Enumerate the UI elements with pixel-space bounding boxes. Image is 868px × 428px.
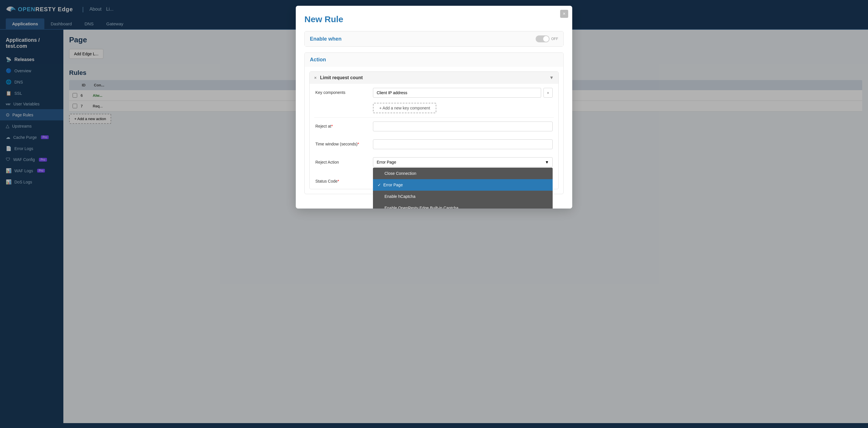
- key-components-remove-button[interactable]: ×: [544, 88, 553, 98]
- reject-at-input[interactable]: [373, 122, 553, 131]
- dropdown-item-label: Enable OpenResty Edge Built-in Captcha: [384, 206, 459, 209]
- add-key-component-button[interactable]: + Add a new key component: [373, 103, 436, 113]
- reject-at-row: Reject at*: [310, 118, 558, 135]
- key-components-row: Key components Client IP address ×: [310, 84, 558, 102]
- toggle-track[interactable]: [536, 35, 550, 42]
- reject-action-display[interactable]: Error Page ▼: [373, 157, 553, 167]
- action-section: Action × Limit request count ▼ Key compo…: [304, 53, 564, 194]
- time-window-required: *: [358, 142, 359, 146]
- reject-action-value: Error Page: [377, 160, 396, 164]
- modal-close-button[interactable]: ×: [560, 10, 568, 18]
- time-window-input[interactable]: [373, 140, 553, 149]
- modal-overlay: × New Rule Enable when OFF Action: [0, 0, 868, 423]
- enable-when-label: Enable when: [310, 36, 342, 42]
- action-block-header: × Limit request count ▼: [310, 72, 558, 84]
- reject-action-chevron-icon: ▼: [545, 160, 549, 164]
- dropdown-item-label: Error Page: [383, 183, 403, 187]
- time-window-control: [373, 140, 553, 149]
- reject-at-label: Reject at*: [315, 122, 367, 128]
- action-block-title: Limit request count: [320, 75, 546, 80]
- action-header: Action: [305, 53, 563, 67]
- reject-action-dropdown: Close Connection ✓ Error Page Enable hCa…: [373, 167, 553, 209]
- action-block: × Limit request count ▼ Key components C…: [309, 71, 559, 189]
- action-label: Action: [310, 57, 326, 63]
- dropdown-item-label: Enable hCaptcha: [384, 194, 415, 199]
- modal-dialog: × New Rule Enable when OFF Action: [296, 6, 572, 209]
- dropdown-item-error-page[interactable]: ✓ Error Page: [373, 179, 553, 191]
- reject-at-required: *: [331, 124, 333, 128]
- action-remove-button[interactable]: ×: [314, 75, 316, 80]
- dropdown-item-builtin-captcha[interactable]: Enable OpenResty Edge Built-in Captcha: [373, 202, 553, 209]
- modal-title: New Rule: [304, 14, 564, 24]
- add-key-container: + Add a new key component: [310, 102, 558, 117]
- status-code-required: *: [338, 179, 339, 183]
- reject-action-label: Reject Action: [315, 160, 367, 164]
- key-components-select[interactable]: Client IP address: [373, 88, 541, 98]
- toggle-label: OFF: [551, 37, 558, 41]
- toggle-container[interactable]: OFF: [536, 35, 558, 42]
- reject-at-control: [373, 122, 553, 131]
- toggle-thumb: [543, 36, 549, 42]
- chevron-down-icon[interactable]: ▼: [549, 75, 554, 80]
- dropdown-item-label: Close Connection: [384, 171, 416, 176]
- status-code-label: Status Code*: [315, 177, 367, 183]
- time-window-label: Time window (seconds)*: [315, 140, 367, 146]
- reject-action-row: Reject Action Error Page ▼ Close Connect…: [310, 153, 558, 171]
- enable-when-header: Enable when OFF: [305, 31, 563, 47]
- key-components-label: Key components: [315, 88, 367, 95]
- dropdown-item-close-connection[interactable]: Close Connection: [373, 167, 553, 179]
- key-components-select-wrapper: Client IP address: [373, 88, 541, 98]
- time-window-row: Time window (seconds)*: [310, 135, 558, 153]
- dropdown-item-hcaptcha[interactable]: Enable hCaptcha: [373, 191, 553, 202]
- checkmark-icon: ✓: [377, 183, 381, 187]
- key-components-control: Client IP address ×: [373, 88, 553, 98]
- enable-when-section: Enable when OFF: [304, 31, 564, 47]
- reject-action-select-wrapper[interactable]: Error Page ▼ Close Connection ✓ Error: [373, 157, 553, 167]
